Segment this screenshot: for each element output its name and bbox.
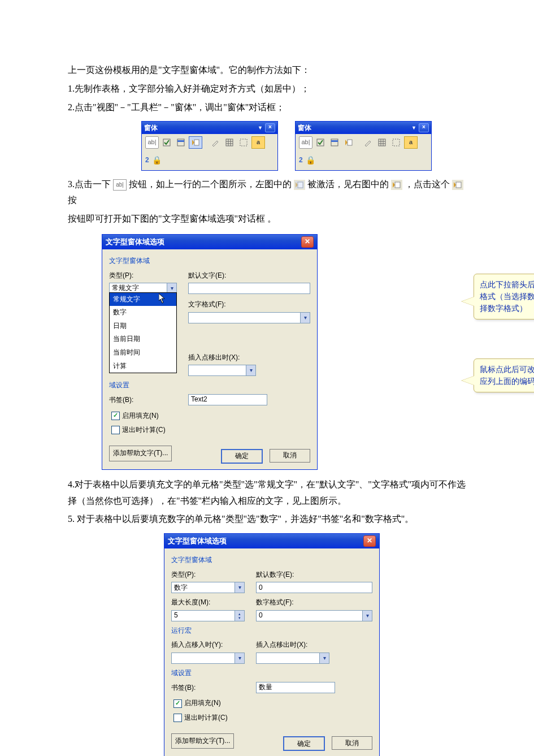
step-3: 3.点击一下 ab| 按钮，如上一行的二个图所示，左图中的 被激活，见右图中的 … xyxy=(68,176,466,209)
exit-calc-label: 退出时计算(C) xyxy=(184,712,228,724)
step-3b: 按钮即可打开如下图的"文字型窗体域选项"对话框 。 xyxy=(68,211,466,227)
dropdown-field-button[interactable] xyxy=(175,137,187,148)
close-icon[interactable]: ✕ xyxy=(301,236,314,248)
dropdown-item[interactable]: 计算 xyxy=(110,360,176,373)
callout-bookmark: 鼠标点此后可改变文字（对应列上面的编码、品名等） xyxy=(474,358,534,392)
svg-rect-21 xyxy=(295,181,304,189)
cancel-button[interactable]: 取消 xyxy=(270,449,310,463)
insert-frame-button[interactable] xyxy=(390,137,402,148)
maxlen-spinner[interactable]: 5 ▴▾ xyxy=(171,610,245,621)
type-combo[interactable]: 数字 ▾ xyxy=(171,582,245,593)
number-format-combo[interactable]: 0 ▾ xyxy=(256,610,372,621)
insert-out-label: 插入点移出时(X): xyxy=(188,352,310,364)
svg-rect-2 xyxy=(177,140,184,142)
abl-icon: ab| xyxy=(113,179,127,191)
default-text-input[interactable] xyxy=(188,283,310,294)
enable-fill-checkbox[interactable]: ✓ xyxy=(173,699,182,708)
toolbar-title: 窗体 xyxy=(298,122,311,135)
add-help-text-button[interactable]: 添加帮助文字(T)... xyxy=(109,446,172,461)
insert-frame-button[interactable] xyxy=(237,137,250,148)
default-text-label: 默认文字(E): xyxy=(188,270,310,282)
svg-rect-11 xyxy=(331,139,338,146)
insert-out-label: 插入点移出时(X): xyxy=(256,639,329,651)
shading-button[interactable]: a xyxy=(251,136,265,149)
draw-table-button[interactable] xyxy=(209,137,222,148)
bookmark-input[interactable]: Text2 xyxy=(188,394,267,405)
forms-toolbar-right: 窗体 ▼ × ab| xyxy=(295,121,432,170)
dialog-title: 文字型窗体域选项 xyxy=(168,534,227,547)
svg-rect-1 xyxy=(177,139,184,146)
bookmark-input[interactable]: 数量 xyxy=(256,682,335,693)
dialog-titlebar[interactable]: 文字型窗体域选项 ✕ xyxy=(164,534,379,548)
number-format-label: 数字格式(F): xyxy=(256,597,372,609)
maxlen-label: 最大长度(M): xyxy=(171,597,245,609)
chevron-down-icon[interactable]: ▾ xyxy=(362,611,372,621)
macro-enter-combo[interactable]: ▾ xyxy=(171,653,245,664)
section-macro: 运行宏 xyxy=(171,625,372,637)
svg-rect-14 xyxy=(379,139,385,146)
enable-fill-checkbox[interactable]: ✓ xyxy=(111,412,120,420)
svg-rect-3 xyxy=(194,140,199,145)
text-field-button[interactable]: ab| xyxy=(299,136,312,149)
insert-table-button[interactable] xyxy=(376,137,388,148)
toolbar-titlebar[interactable]: 窗体 ▼ × xyxy=(296,122,431,134)
enable-fill-label: 启用填充(N) xyxy=(122,410,159,422)
dropdown-item[interactable]: 常规文字 xyxy=(110,293,176,306)
reset-fields-icon[interactable]: 2 xyxy=(299,154,303,167)
toolbar-options-icon[interactable]: ▼ xyxy=(411,123,416,132)
reset-fields-icon[interactable]: 2 xyxy=(145,154,149,167)
dropdown-item[interactable]: 当前日期 xyxy=(110,332,176,346)
text-format-label: 文字格式(F): xyxy=(188,299,310,311)
default-number-input[interactable]: 0 xyxy=(256,582,372,593)
insert-table-button[interactable] xyxy=(223,137,236,148)
svg-rect-22 xyxy=(395,182,400,188)
options-icon-active-2 xyxy=(452,180,463,190)
dropdown-item[interactable]: 日期 xyxy=(110,319,176,333)
section-field-settings: 域设置 xyxy=(109,379,310,392)
toolbar-title: 窗体 xyxy=(144,122,158,135)
checkbox-field-button[interactable] xyxy=(160,137,173,148)
spinner-icon[interactable]: ▴▾ xyxy=(235,611,244,621)
text-field-button[interactable]: ab| xyxy=(145,136,159,149)
toolbar-options-icon[interactable]: ▼ xyxy=(258,123,263,132)
draw-table-button[interactable] xyxy=(362,137,374,148)
exit-calc-checkbox[interactable] xyxy=(173,714,182,722)
checkbox-field-button[interactable] xyxy=(314,137,327,148)
svg-rect-23 xyxy=(456,182,461,188)
chevron-down-icon[interactable]: ▾ xyxy=(235,582,244,593)
svg-rect-9 xyxy=(240,139,247,146)
close-icon[interactable]: ✕ xyxy=(363,535,376,547)
lock-icon[interactable]: 🔒 xyxy=(152,153,162,167)
close-icon[interactable]: × xyxy=(265,123,275,132)
close-icon[interactable]: × xyxy=(419,123,429,132)
type-dropdown-list[interactable]: 常规文字 数字 日期 当前日期 当前时间 计算 xyxy=(109,292,177,374)
exit-calc-checkbox[interactable] xyxy=(111,426,120,434)
form-options-button[interactable] xyxy=(189,136,202,149)
chevron-down-icon[interactable]: ▾ xyxy=(235,653,244,663)
shading-button[interactable]: a xyxy=(404,136,418,149)
cursor-icon xyxy=(159,293,166,304)
dialog-title: 文字型窗体域选项 xyxy=(106,235,164,248)
chevron-down-icon[interactable]: ▾ xyxy=(319,653,329,663)
text-format-combo[interactable]: ▾ xyxy=(188,312,310,323)
bookmark-label: 书签(B): xyxy=(171,682,245,694)
type-label: 类型(P): xyxy=(109,270,177,282)
form-options-button[interactable] xyxy=(342,137,355,148)
lock-icon[interactable]: 🔒 xyxy=(306,153,315,167)
ok-button[interactable]: 确定 xyxy=(221,449,263,464)
section-text-field: 文字型窗体域 xyxy=(171,554,372,567)
chevron-down-icon[interactable]: ▾ xyxy=(300,313,310,323)
add-help-text-button[interactable]: 添加帮助文字(T)... xyxy=(171,733,234,749)
dropdown-item[interactable]: 数字 xyxy=(110,306,176,319)
cancel-button[interactable]: 取消 xyxy=(332,736,372,750)
dropdown-field-button[interactable] xyxy=(328,137,341,148)
macro-exit-combo[interactable]: ▾ xyxy=(188,365,256,376)
svg-rect-12 xyxy=(331,140,338,142)
dialog-titlebar[interactable]: 文字型窗体域选项 ✕ xyxy=(102,235,317,249)
default-number-label: 默认数字(E): xyxy=(256,569,372,581)
toolbar-titlebar[interactable]: 窗体 ▼ × xyxy=(142,122,277,134)
chevron-down-icon[interactable]: ▾ xyxy=(246,365,255,375)
ok-button[interactable]: 确定 xyxy=(283,736,325,751)
dropdown-item[interactable]: 当前时间 xyxy=(110,346,176,360)
macro-exit-combo[interactable]: ▾ xyxy=(256,653,329,664)
